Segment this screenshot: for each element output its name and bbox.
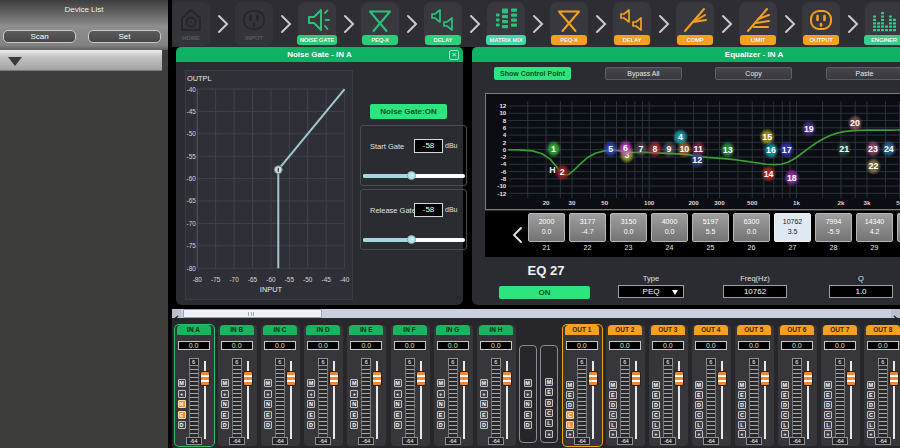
svg-text:-70: -70 xyxy=(229,276,239,283)
svg-text:-55: -55 xyxy=(187,153,197,160)
svg-text:20: 20 xyxy=(542,199,549,206)
svg-text:12: 12 xyxy=(692,155,702,165)
svg-text:2: 2 xyxy=(502,138,506,145)
svg-text:-65: -65 xyxy=(187,197,197,204)
svg-text:19: 19 xyxy=(803,123,813,133)
svg-text:17: 17 xyxy=(781,144,791,154)
svg-text:100: 100 xyxy=(643,199,654,206)
svg-text:-10: -10 xyxy=(497,182,507,189)
svg-text:1: 1 xyxy=(551,144,556,154)
svg-text:30: 30 xyxy=(568,199,575,206)
svg-text:23: 23 xyxy=(868,143,878,153)
svg-text:5: 5 xyxy=(608,143,613,153)
svg-text:16: 16 xyxy=(766,145,776,155)
svg-text:3k: 3k xyxy=(863,199,870,206)
svg-text:-2: -2 xyxy=(500,153,506,160)
svg-text:-60: -60 xyxy=(266,276,276,283)
svg-text:8: 8 xyxy=(652,143,657,153)
svg-text:-4: -4 xyxy=(500,160,506,167)
svg-text:OUTPL: OUTPL xyxy=(187,74,212,83)
svg-text:-12: -12 xyxy=(497,189,507,196)
svg-text:-60: -60 xyxy=(187,175,197,182)
svg-text:5k: 5k xyxy=(896,199,900,206)
svg-text:-8: -8 xyxy=(500,175,506,182)
svg-text:6: 6 xyxy=(623,143,628,153)
svg-text:200: 200 xyxy=(688,199,699,206)
svg-text:300: 300 xyxy=(714,199,725,206)
svg-text:6: 6 xyxy=(502,124,506,131)
svg-text:-50: -50 xyxy=(187,130,197,137)
svg-text:22: 22 xyxy=(868,161,878,171)
svg-text:20: 20 xyxy=(850,118,860,128)
svg-text:-65: -65 xyxy=(248,276,258,283)
svg-text:2: 2 xyxy=(559,167,564,177)
svg-text:-75: -75 xyxy=(211,276,221,283)
svg-text:9: 9 xyxy=(666,144,671,154)
svg-text:10: 10 xyxy=(679,144,689,154)
svg-text:13: 13 xyxy=(722,144,732,154)
svg-text:4: 4 xyxy=(502,131,506,138)
svg-text:14: 14 xyxy=(763,168,773,178)
svg-text:-75: -75 xyxy=(187,242,197,249)
svg-text:18: 18 xyxy=(786,172,796,182)
svg-text:-6: -6 xyxy=(500,167,506,174)
svg-text:8: 8 xyxy=(502,116,506,123)
svg-text:1k: 1k xyxy=(793,199,800,206)
svg-text:-45: -45 xyxy=(187,108,197,115)
svg-text:-80: -80 xyxy=(193,276,203,283)
svg-text:0: 0 xyxy=(502,145,506,152)
svg-text:15: 15 xyxy=(762,132,772,142)
svg-text:-50: -50 xyxy=(303,276,313,283)
svg-text:7: 7 xyxy=(638,143,643,153)
svg-text:2k: 2k xyxy=(837,199,844,206)
svg-text:50: 50 xyxy=(601,199,608,206)
svg-text:10: 10 xyxy=(499,109,506,116)
svg-text:-40: -40 xyxy=(187,86,197,93)
svg-text:24: 24 xyxy=(883,143,893,153)
svg-text:12: 12 xyxy=(499,102,506,109)
svg-text:-45: -45 xyxy=(322,276,332,283)
svg-text:-70: -70 xyxy=(187,220,197,227)
svg-text:21: 21 xyxy=(839,143,849,153)
svg-text:500: 500 xyxy=(747,199,758,206)
svg-text:-55: -55 xyxy=(285,276,295,283)
svg-text:-80: -80 xyxy=(187,265,197,272)
svg-text:INPUT: INPUT xyxy=(260,285,283,294)
svg-text:-40: -40 xyxy=(340,276,350,283)
